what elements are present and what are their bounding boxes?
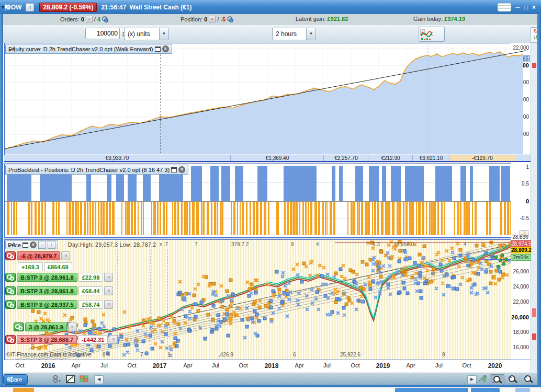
candlestick-chart-icon[interactable] bbox=[4, 3, 12, 11]
chart-settings-icon[interactable] bbox=[66, 375, 75, 383]
position-close-icon[interactable]: × bbox=[104, 286, 113, 295]
position-result-cell: +169.3 bbox=[18, 262, 43, 271]
short-position-bar bbox=[181, 202, 183, 235]
short-position-bar bbox=[268, 202, 269, 235]
minimize-button[interactable]: ─ bbox=[515, 4, 520, 11]
quantity-input[interactable] bbox=[85, 28, 120, 39]
orders-settings-gear-icon[interactable] bbox=[102, 16, 108, 22]
short-position-bar bbox=[177, 202, 179, 235]
short-position-bar bbox=[353, 202, 355, 235]
short-position-bar bbox=[166, 202, 167, 235]
link-windows-icon[interactable] bbox=[52, 375, 62, 383]
time-axis-label: 2017 bbox=[149, 362, 170, 370]
position-slash: / bbox=[217, 16, 219, 22]
units-select[interactable]: (x) units ▾ bbox=[124, 28, 169, 40]
axis-tick: 1 bbox=[526, 164, 529, 170]
position-gear-icon[interactable] bbox=[5, 300, 16, 309]
time-axis-label: Oct bbox=[456, 362, 477, 368]
window-mode-icon[interactable] bbox=[22, 243, 28, 248]
short-position-bar bbox=[441, 202, 443, 235]
timeframe-select-caret-icon[interactable]: ▾ bbox=[306, 28, 315, 40]
position-settings-gear-icon[interactable] bbox=[227, 16, 233, 22]
position-tag-label[interactable]: -6 @ 28,979.7 bbox=[17, 251, 60, 260]
scrollbar-left-arrow[interactable]: ◀ bbox=[94, 375, 104, 384]
position-tag-row: B:STP 3 @ 28,961.8£22.98× bbox=[5, 273, 113, 282]
position-close-icon[interactable]: × bbox=[61, 251, 70, 260]
short-position-bar bbox=[214, 202, 216, 235]
position-gear-icon[interactable] bbox=[5, 273, 16, 282]
position-close-icon[interactable]: × bbox=[68, 322, 77, 331]
keyboard-icon[interactable] bbox=[498, 3, 511, 11]
zoom-in-button[interactable]: + bbox=[521, 374, 535, 384]
info-icon[interactable]: i bbox=[26, 3, 34, 11]
position-close-icon[interactable]: × bbox=[104, 273, 113, 282]
cancel-orders-icon[interactable]: × bbox=[86, 16, 93, 22]
long-position-bar bbox=[332, 166, 335, 201]
position-tag-label[interactable]: B:STP 3 @ 28,961.8 bbox=[17, 286, 77, 295]
short-position-bar bbox=[422, 202, 424, 235]
close-button[interactable]: × bbox=[532, 4, 536, 11]
desktop-strip bbox=[0, 387, 541, 392]
position-gear-icon[interactable] bbox=[5, 335, 16, 344]
position-value-cell: £68.44 bbox=[78, 286, 104, 295]
position-gear-icon[interactable] bbox=[5, 286, 16, 295]
short-position-bar bbox=[207, 202, 209, 235]
window-mode-icon[interactable] bbox=[171, 167, 177, 172]
short-position-bar bbox=[318, 202, 320, 235]
short-position-bar bbox=[314, 202, 317, 235]
maximize-button[interactable]: □ bbox=[524, 4, 528, 11]
brick-backtest-icon[interactable] bbox=[80, 375, 89, 383]
short-position-bar bbox=[100, 202, 103, 235]
zoom-fit-button[interactable]: ↔ bbox=[490, 374, 504, 385]
indicator-value-fragment: 7 bbox=[195, 241, 198, 247]
indicator-value-fragment: 9 bbox=[291, 241, 294, 247]
buy-arrow-icon[interactable]: ↑ bbox=[48, 241, 55, 249]
short-position-bar bbox=[310, 202, 312, 235]
short-position-bar bbox=[433, 202, 436, 235]
price-change-badge: 28,809.2 (-0.59%) bbox=[39, 3, 97, 12]
position-tag-label[interactable]: B:STP 3 @ 28,961.8 bbox=[17, 273, 77, 282]
wrench-icon[interactable] bbox=[8, 45, 15, 52]
position-close-icon[interactable]: × bbox=[104, 300, 113, 309]
time-axis-label: 2020 bbox=[484, 362, 505, 370]
share-button[interactable]: Share bbox=[3, 374, 28, 385]
window-mode-icon[interactable] bbox=[155, 47, 161, 52]
short-position-bar bbox=[367, 202, 370, 235]
units-select-caret-icon[interactable]: ▾ bbox=[159, 28, 168, 40]
gain-today-group: Gain today: £374.19 bbox=[413, 16, 465, 22]
short-position-bar bbox=[233, 202, 235, 235]
orders-group: Orders: 0 × / 4 bbox=[60, 16, 108, 22]
scrollbar-right-arrow[interactable]: ▶ bbox=[467, 375, 477, 384]
position-tag-label[interactable]: B:STP 3 @ 28,937.5 bbox=[17, 300, 77, 309]
position-gear-icon[interactable] bbox=[5, 251, 16, 260]
time-axis-label: Jul bbox=[429, 362, 449, 368]
equity-close-icon[interactable]: × bbox=[162, 45, 169, 52]
short-position-bar bbox=[31, 202, 32, 235]
price-close-icon[interactable]: × bbox=[30, 241, 37, 248]
long-position-bar bbox=[391, 166, 401, 201]
short-position-bar bbox=[201, 202, 202, 235]
time-axis-label: Oct bbox=[345, 362, 366, 368]
zoom-out-button[interactable]: − bbox=[505, 374, 519, 384]
short-position-bar bbox=[98, 202, 99, 235]
short-position-bar bbox=[220, 202, 221, 235]
axis-tick: 22,000 bbox=[513, 45, 529, 51]
latent-gain-value: £921.82 bbox=[328, 16, 348, 22]
short-position-bar bbox=[489, 202, 491, 235]
position-tag-label[interactable]: S:STP 3 @ 28,688.7 bbox=[17, 335, 77, 344]
tools-wrench-icon[interactable] bbox=[478, 375, 487, 383]
sell-arrow-icon[interactable]: ↓ bbox=[38, 241, 46, 249]
position-value-cell: -£442.31 bbox=[78, 335, 108, 344]
upper-price-label: 28,836 bbox=[511, 234, 530, 240]
probacktest-close-icon[interactable]: × bbox=[178, 166, 185, 173]
position-close-icon[interactable]: × bbox=[109, 335, 118, 344]
wrench-icon[interactable] bbox=[8, 241, 15, 248]
short-position-bar bbox=[192, 202, 195, 235]
indicator-chart-button[interactable]: ▾ bbox=[419, 27, 445, 42]
position-tag-label[interactable]: 3 @ 28,861.9 bbox=[25, 322, 67, 331]
close-position-icon[interactable]: × bbox=[209, 16, 216, 22]
position-gear-icon[interactable] bbox=[14, 322, 24, 331]
short-position-bar bbox=[253, 202, 255, 235]
timeframe-select[interactable]: 2 hours ▾ bbox=[272, 28, 316, 40]
short-position-bar bbox=[77, 202, 79, 235]
